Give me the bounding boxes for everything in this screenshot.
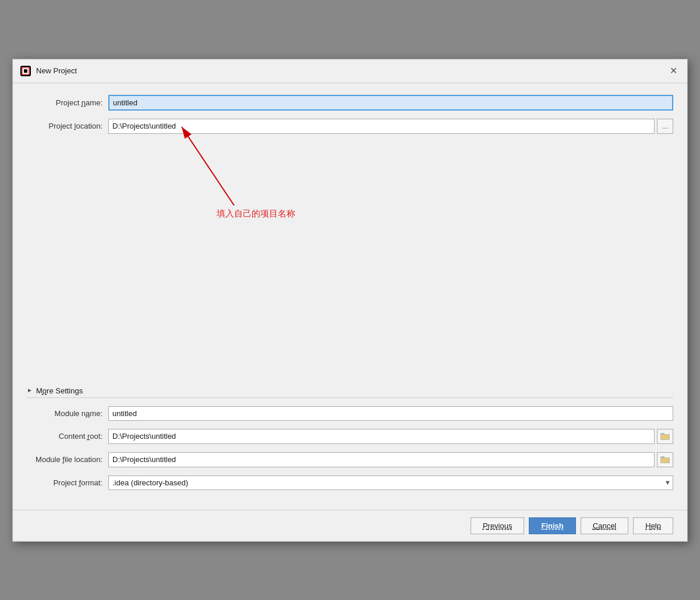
module-name-label: Module name: xyxy=(27,409,108,418)
more-settings-section: More Settings Module name: Content root: xyxy=(27,386,673,490)
module-file-browse-button[interactable] xyxy=(657,452,673,467)
svg-rect-8 xyxy=(660,433,664,435)
previous-underline: P xyxy=(483,521,488,530)
module-file-location-input-wrap xyxy=(108,452,673,467)
project-format-row: Project format: .idea (directory-based) … xyxy=(27,475,673,490)
module-name-input[interactable] xyxy=(108,406,673,421)
svg-rect-12 xyxy=(661,458,669,463)
project-name-input-wrap xyxy=(108,95,673,111)
collapse-triangle-icon[interactable] xyxy=(27,388,33,393)
dialog-title: New Project xyxy=(36,66,77,75)
svg-marker-6 xyxy=(28,389,31,392)
module-file-location-label: Module file location: xyxy=(27,455,108,464)
help-underline: H xyxy=(645,521,650,530)
finish-button[interactable]: Finish xyxy=(529,517,575,534)
project-format-select-wrap: .idea (directory-based) .ipr (file based… xyxy=(108,475,673,490)
more-settings-title: More Settings xyxy=(36,386,83,395)
module-name-row: Module name: xyxy=(27,406,673,421)
project-format-label: Project format: xyxy=(27,478,108,487)
content-root-input[interactable] xyxy=(108,429,655,444)
project-format-select[interactable]: .idea (directory-based) .ipr (file based… xyxy=(108,475,673,490)
cancel-underline: C xyxy=(593,521,598,530)
svg-rect-3 xyxy=(24,69,27,73)
project-name-input[interactable] xyxy=(108,95,673,111)
more-settings-header: More Settings xyxy=(27,386,673,398)
content-root-browse-button[interactable] xyxy=(657,429,673,444)
help-rest: elp xyxy=(651,521,661,530)
title-bar: New Project ✕ xyxy=(13,59,687,83)
content-root-input-wrap xyxy=(108,429,673,444)
svg-rect-11 xyxy=(660,456,664,458)
project-location-input[interactable] xyxy=(108,119,655,134)
project-name-label: Project name: xyxy=(27,98,108,107)
project-location-row: Project location: ... xyxy=(27,119,673,134)
module-file-location-row: Module file location: xyxy=(27,452,673,467)
cancel-rest: ancel xyxy=(598,521,616,530)
content-root-row: Content root: xyxy=(27,429,673,444)
finish-rest: inish xyxy=(546,521,563,530)
project-name-row: Project name: xyxy=(27,95,673,111)
cancel-button[interactable]: Cancel xyxy=(581,517,628,534)
help-button[interactable]: Help xyxy=(633,517,673,534)
svg-rect-9 xyxy=(661,435,669,439)
close-button[interactable]: ✕ xyxy=(666,64,680,78)
dialog-body: Project name: Project location: ... xyxy=(13,83,687,510)
content-root-label: Content root: xyxy=(27,432,108,441)
project-format-dropdown[interactable]: .idea (directory-based) .ipr (file based… xyxy=(108,475,673,490)
project-location-input-wrap: ... xyxy=(108,119,673,134)
spacer xyxy=(27,142,673,375)
dialog-footer: Previous Finish Cancel Help xyxy=(13,510,687,541)
previous-rest: revious xyxy=(488,521,512,530)
previous-button[interactable]: Previous xyxy=(471,517,525,534)
app-icon xyxy=(20,65,31,77)
project-location-label: Project location: xyxy=(27,122,108,130)
title-bar-left: New Project xyxy=(20,65,77,77)
new-project-dialog: New Project ✕ Project name: Project loca… xyxy=(12,59,688,542)
module-file-location-input[interactable] xyxy=(108,452,655,467)
project-location-browse-button[interactable]: ... xyxy=(657,119,673,134)
module-name-input-wrap xyxy=(108,406,673,421)
